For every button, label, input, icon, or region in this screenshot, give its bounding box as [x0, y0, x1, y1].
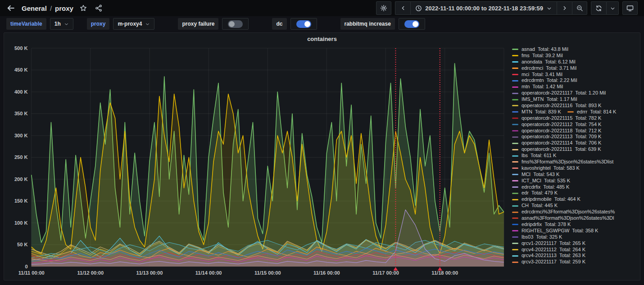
variable-select-proxy[interactable]: m-proxy4 — [113, 18, 154, 30]
legend-series-label: lbs — [522, 153, 528, 159]
legend-item[interactable]: IMS_MTNTotal: 1.17 Mil — [512, 96, 577, 103]
legend-item[interactable]: edripdrfixTotal: 378 K — [512, 222, 571, 228]
legend-series-total: Total: 325 K — [536, 234, 562, 240]
legend-item[interactable]: lbs03Total: 325 K — [512, 234, 562, 240]
legend-series-label: anondata — [522, 59, 542, 65]
back-button[interactable] — [5, 2, 17, 14]
legend-item[interactable]: edrrrTotal: 814 K — [567, 109, 616, 115]
star-dashboard-button[interactable] — [78, 3, 89, 14]
svg-text:250 K: 250 K — [14, 155, 28, 160]
legend-row: MTNTotal: 839 KedrrrTotal: 814 K — [512, 109, 637, 115]
legend-item[interactable]: MTNTotal: 839 K — [512, 109, 561, 115]
legend-series-total: Total: 43.8 Mil — [538, 46, 568, 53]
chart-legend: asnadTotal: 43.8 MilfmsTotal: 39.2 Milan… — [509, 45, 638, 278]
legend-series-label: qoperatorcdr-20221113 — [522, 134, 572, 140]
switch-on — [404, 20, 419, 28]
legend-series-swatch — [512, 143, 518, 144]
legend-item[interactable]: qoperatorcdr-20221112Total: 754 K — [512, 122, 601, 128]
kiosk-mode-button[interactable] — [622, 1, 638, 15]
legend-series-swatch — [512, 224, 518, 225]
legend-item[interactable]: fmsTotal: 39.2 Mil — [512, 53, 563, 59]
legend-item[interactable]: qoperatorcdr-20221111Total: 639 K — [512, 146, 601, 153]
legend-item[interactable]: MCITotal: 543 K — [512, 172, 559, 178]
legend-item[interactable]: fms%3Fformat%3Djson%26states%3Dlist — [512, 159, 613, 165]
legend-item[interactable]: qrcv3-20221117Total: 259 K — [512, 259, 585, 265]
chevron-down-icon — [145, 22, 150, 27]
toggle-dc[interactable] — [290, 18, 317, 30]
legend-series-label: CH — [522, 203, 529, 209]
legend-row: anondataTotal: 6.12 Mil — [512, 59, 637, 65]
svg-text:200 K: 200 K — [14, 176, 28, 182]
legend-item[interactable]: qrcv1-20221117Total: 265 K — [512, 240, 585, 247]
toggle-rabbitmq-increase[interactable] — [399, 18, 425, 30]
legend-series-total: Total: 754 K — [575, 122, 601, 128]
time-shift-back-button[interactable] — [395, 1, 410, 15]
legend-series-swatch — [512, 155, 518, 157]
legend-series-swatch — [512, 236, 518, 238]
legend-item[interactable]: edrTotal: 479 K — [512, 190, 558, 196]
share-dashboard-button[interactable] — [93, 3, 104, 14]
variable-select-timevariable[interactable]: 1h — [50, 18, 73, 30]
time-range-picker[interactable]: 2022-11-11 00:00:00 to 2022-11-18 23:59:… — [410, 1, 557, 15]
zoom-out-button[interactable] — [572, 1, 587, 15]
legend-series-total: Total: 445 K — [531, 203, 558, 209]
timeseries-chart[interactable]: 050 K100 K150 K200 K250 K300 K350 K400 K… — [6, 45, 509, 278]
legend-series-total: Total: 3.41 Mil — [532, 72, 562, 78]
legend-item[interactable]: qoperatorcdr-20221116Total: 893 K — [512, 103, 601, 109]
legend-series-total: Total: 893 K — [575, 103, 601, 109]
legend-item[interactable]: ICT_MCITotal: 535 K — [512, 178, 570, 184]
legend-item[interactable]: CHTotal: 445 K — [512, 203, 558, 209]
legend-series-swatch — [512, 111, 518, 113]
time-shift-forward-button[interactable] — [557, 1, 572, 15]
legend-item[interactable]: asnadTotal: 43.8 Mil — [512, 46, 568, 53]
legend-item[interactable]: mtnTotal: 1.42 Mil — [512, 84, 563, 90]
legend-series-label: edripdrmobile — [522, 196, 552, 203]
legend-row: kavoshrightelTotal: 583 K — [512, 165, 637, 172]
legend-item[interactable]: qoperatorcdr-20221114Total: 706 K — [512, 140, 601, 146]
legend-series-label: qrcv4-20221113 — [522, 253, 557, 259]
dashboard-settings-button[interactable] — [376, 1, 391, 15]
legend-item[interactable]: qoperatorcdr-20221113Total: 709 K — [512, 134, 601, 140]
legend-item[interactable]: edrcdrmtnTotal: 2.22 Mil — [512, 77, 577, 84]
legend-series-total: Total: 6.12 Mil — [545, 59, 576, 65]
legend-item[interactable]: lbsTotal: 611 K — [512, 153, 556, 159]
legend-item[interactable]: anondataTotal: 6.12 Mil — [512, 59, 576, 65]
legend-series-total: Total: 535 K — [544, 178, 570, 184]
legend-row: edrcdrmtnTotal: 2.22 Mil — [512, 77, 637, 84]
legend-series-total: Total: 709 K — [575, 134, 601, 140]
legend-item[interactable]: edrcdrfixTotal: 485 K — [512, 184, 569, 190]
refresh-interval-dropdown[interactable] — [606, 1, 619, 15]
legend-item[interactable]: edripdrmobileTotal: 464 K — [512, 196, 581, 203]
breadcrumb-page[interactable]: proxy — [55, 5, 73, 12]
legend-item[interactable]: qoperatorcdr-20221118Total: 712 K — [512, 128, 601, 134]
refresh-button[interactable] — [591, 1, 606, 15]
legend-row: fms%3Fformat%3Djson%26states%3Dlist — [512, 159, 637, 165]
svg-text:300 K: 300 K — [14, 133, 28, 138]
legend-item[interactable]: edrcdrmciTotal: 3.71 Mil — [512, 65, 576, 72]
legend-item[interactable]: mciTotal: 3.41 Mil — [512, 72, 562, 78]
legend-series-label: qoperatorcdr-20221115 — [522, 115, 572, 122]
refresh-controls — [591, 1, 619, 15]
legend-item[interactable]: qrcv4-20221113Total: 263 K — [512, 253, 585, 259]
refresh-icon — [595, 5, 602, 12]
legend-series-swatch — [512, 167, 518, 169]
legend-series-label: qrcv1-20221117 — [522, 240, 557, 247]
legend-item[interactable]: RIGHTEL_SGWPGWTotal: 358 K — [512, 228, 598, 234]
legend-series-total: Total: 464 K — [554, 196, 581, 203]
legend-series-swatch — [512, 61, 518, 63]
legend-item[interactable]: qoperatorcdr-20221115Total: 782 K — [512, 115, 601, 122]
legend-item[interactable]: edrcdrmci%3Fformat%3Djson%26states% — [512, 209, 615, 215]
legend-item[interactable]: asnad%3Fformat%3Djson%26states%3Dl — [512, 215, 614, 222]
breadcrumb-section[interactable]: General — [22, 5, 47, 12]
switch-on — [296, 20, 311, 28]
toggle-proxy-failure[interactable] — [222, 18, 249, 30]
legend-item[interactable]: qoperatorcdr-20221117Total: 1.20 Mil — [512, 90, 606, 96]
legend-series-label: edrcdrmci%3Fformat%3Djson%26states% — [522, 209, 615, 215]
svg-text:11/14 00:00: 11/14 00:00 — [195, 270, 222, 276]
panel-title[interactable]: containers — [4, 33, 640, 45]
legend-series-label: qoperatorcdr-20221114 — [522, 140, 572, 146]
legend-series-swatch — [512, 193, 518, 194]
legend-item[interactable]: qrcv4-20221112Total: 264 K — [512, 247, 585, 253]
legend-item[interactable]: kavoshrightelTotal: 583 K — [512, 165, 580, 172]
legend-series-label: asnad — [522, 46, 535, 53]
